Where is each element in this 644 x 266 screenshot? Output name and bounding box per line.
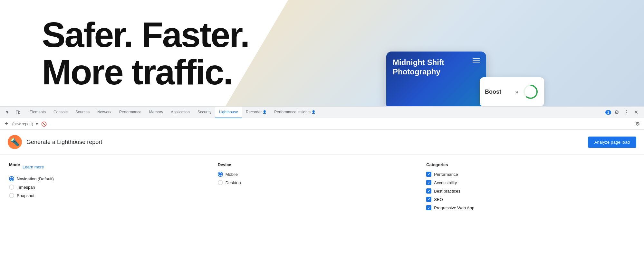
mode-navigation-option[interactable]: Navigation (Default): [9, 176, 205, 181]
more-options-icon[interactable]: ⋮: [622, 108, 630, 117]
category-performance-label: Performance: [434, 172, 458, 177]
lighthouse-config: Mode Learn more Navigation (Default) Tim…: [0, 155, 644, 221]
mode-timespan-radio[interactable]: [9, 185, 14, 190]
boost-gauge: [522, 83, 539, 100]
tab-sources[interactable]: Sources: [72, 107, 93, 118]
tab-performance-insights[interactable]: Performance insights 👤: [270, 107, 319, 118]
chevron-right-icon: »: [515, 89, 518, 95]
performance-insights-icon: 👤: [312, 110, 315, 114]
mode-snapshot-radio[interactable]: [9, 193, 14, 198]
lighthouse-header: 🔦 Generate a Lighthouse report Analyze p…: [0, 130, 644, 155]
mode-snapshot-label: Snapshot: [17, 193, 34, 198]
mode-snapshot-option[interactable]: Snapshot: [9, 193, 205, 198]
device-desktop-label: Desktop: [226, 180, 241, 185]
analyze-page-load-button[interactable]: Analyze page load: [588, 137, 636, 148]
device-mobile-radio[interactable]: [218, 172, 223, 177]
website-card: Midnight Shift Photography: [386, 52, 486, 106]
recorder-indicator-icon: 👤: [263, 110, 266, 114]
tab-security[interactable]: Security: [194, 107, 215, 118]
category-seo-option[interactable]: SEO: [426, 197, 622, 202]
svg-rect-2: [16, 111, 19, 114]
device-desktop-radio[interactable]: [218, 180, 223, 185]
mode-navigation-radio[interactable]: [9, 176, 14, 181]
tab-lighthouse[interactable]: Lighthouse: [215, 107, 242, 118]
add-report-button[interactable]: +: [3, 120, 10, 128]
tab-console[interactable]: Console: [50, 107, 72, 118]
device-title: Device: [218, 162, 414, 167]
website-hero: Safer. Faster. More traffic.: [42, 16, 249, 90]
tab-icon-group: [1, 109, 24, 116]
category-pwa-option[interactable]: Progressive Web App: [426, 205, 622, 210]
close-devtools-icon[interactable]: ✕: [632, 108, 640, 117]
card-title: Midnight Shift Photography: [393, 58, 480, 77]
category-best-practices-label: Best practices: [434, 189, 460, 194]
website-preview: Safer. Faster. More traffic. Midnight Sh…: [0, 0, 644, 106]
report-name-input[interactable]: (new report): [12, 122, 33, 126]
device-desktop-option[interactable]: Desktop: [218, 180, 414, 185]
mode-title: Mode: [9, 162, 20, 167]
category-best-practices-option[interactable]: Best practices: [426, 188, 622, 194]
category-accessibility-checkbox[interactable]: [426, 180, 431, 185]
devtools-tab-bar: Elements Console Sources Network Perform…: [0, 107, 644, 118]
report-dropdown-icon[interactable]: ▼: [35, 122, 39, 126]
lighthouse-title: Generate a Lighthouse report: [26, 139, 102, 146]
mode-navigation-label: Navigation (Default): [17, 176, 54, 181]
tab-elements[interactable]: Elements: [26, 107, 50, 118]
categories-section: Categories Performance Accessibility Bes…: [426, 162, 635, 214]
lighthouse-title-area: 🔦 Generate a Lighthouse report: [8, 135, 102, 149]
boost-card: Boost »: [480, 77, 544, 106]
category-accessibility-option[interactable]: Accessibility: [426, 180, 622, 185]
categories-title: Categories: [426, 162, 622, 167]
hamburger-icon: [473, 58, 480, 62]
device-mobile-label: Mobile: [226, 172, 238, 177]
mode-section: Mode Learn more Navigation (Default) Tim…: [9, 162, 218, 214]
category-best-practices-checkbox[interactable]: [426, 188, 431, 194]
report-settings-icon[interactable]: ⚙: [634, 120, 641, 128]
stop-report-icon[interactable]: 🚫: [41, 121, 47, 127]
tab-recorder[interactable]: Recorder 👤: [242, 107, 270, 118]
category-pwa-checkbox[interactable]: [426, 205, 431, 210]
lighthouse-content: 🔦 Generate a Lighthouse report Analyze p…: [0, 130, 644, 266]
device-toggle-icon[interactable]: [14, 109, 22, 116]
console-badge: 1: [605, 110, 611, 115]
device-section: Device Mobile Desktop: [218, 162, 427, 214]
lighthouse-logo-icon: 🔦: [8, 135, 22, 149]
tab-performance[interactable]: Performance: [115, 107, 145, 118]
tab-memory[interactable]: Memory: [145, 107, 167, 118]
boost-label: Boost: [485, 89, 511, 95]
new-report-bar: + (new report) ▼ 🚫 ⚙: [0, 118, 644, 130]
mode-timespan-label: Timespan: [17, 185, 35, 190]
category-pwa-label: Progressive Web App: [434, 205, 474, 210]
devtools-panel: Elements Console Sources Network Perform…: [0, 106, 644, 266]
device-mobile-option[interactable]: Mobile: [218, 172, 414, 177]
category-performance-checkbox[interactable]: [426, 172, 431, 177]
tab-right-controls: 1 ⚙ ⋮ ✕: [605, 108, 643, 117]
tab-network[interactable]: Network: [93, 107, 115, 118]
category-performance-option[interactable]: Performance: [426, 172, 622, 177]
svg-rect-3: [19, 111, 20, 114]
category-seo-label: SEO: [434, 197, 443, 202]
settings-icon[interactable]: ⚙: [612, 108, 621, 117]
tab-application[interactable]: Application: [167, 107, 194, 118]
learn-more-link[interactable]: Learn more: [23, 165, 44, 169]
category-seo-checkbox[interactable]: [426, 197, 431, 202]
cursor-icon[interactable]: [4, 109, 12, 116]
mode-timespan-option[interactable]: Timespan: [9, 185, 205, 190]
category-accessibility-label: Accessibility: [434, 180, 457, 185]
